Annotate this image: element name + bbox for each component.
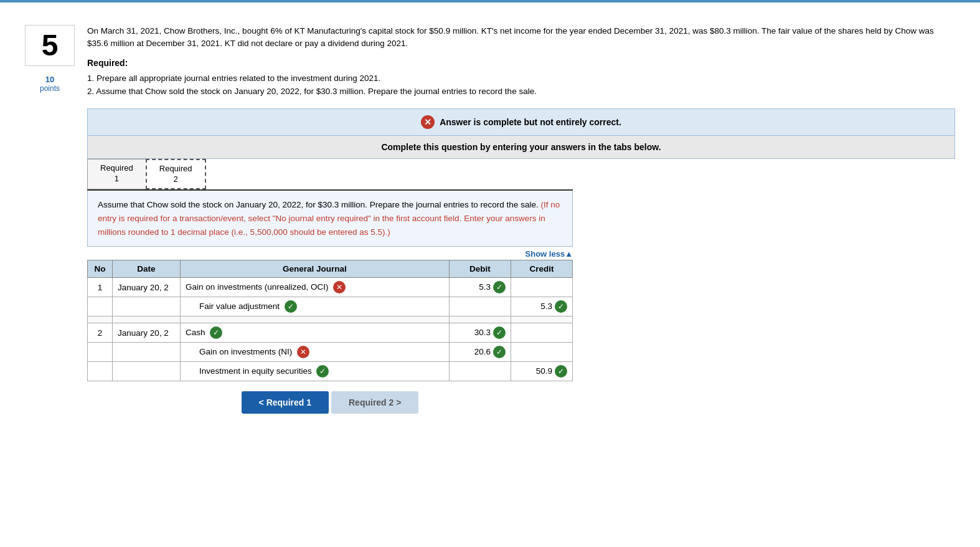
cell-credit[interactable] bbox=[511, 278, 572, 297]
question-number: 5 bbox=[42, 29, 59, 62]
correct-icon: ✓ bbox=[555, 365, 567, 378]
table-row: 2 January 20, 2 Cash ✓ 30.3✓ bbox=[88, 323, 573, 343]
show-less-link[interactable]: Show less▲ bbox=[87, 249, 573, 259]
points-value: 10 bbox=[45, 75, 54, 84]
cell-debit[interactable] bbox=[450, 362, 511, 381]
cell-credit[interactable]: 50.9✓ bbox=[511, 362, 572, 381]
cell-journal[interactable]: Cash ✓ bbox=[180, 323, 449, 343]
cell-debit[interactable]: 5.3✓ bbox=[450, 278, 511, 297]
journal-table: No Date General Journal Debit Credit 1 J… bbox=[87, 260, 573, 381]
cell-journal[interactable]: Fair value adjustment ✓ bbox=[180, 297, 449, 316]
tab-required-1[interactable]: Required1 bbox=[87, 159, 146, 190]
tab-required-2[interactable]: Required2 bbox=[146, 159, 206, 190]
correct-icon: ✓ bbox=[493, 346, 506, 358]
cell-journal[interactable]: Gain on investments (unrealized, OCI) ✕ bbox=[180, 278, 449, 297]
points-label: points bbox=[40, 84, 60, 93]
table-row: 1 January 20, 2 Gain on investments (unr… bbox=[88, 278, 573, 297]
col-header-credit: Credit bbox=[511, 260, 572, 278]
cell-journal[interactable]: Investment in equity securities ✓ bbox=[180, 362, 449, 381]
cell-debit[interactable] bbox=[450, 297, 511, 316]
table-row: Fair value adjustment ✓ 5.3✓ bbox=[88, 297, 573, 316]
correct-icon: ✓ bbox=[210, 326, 222, 339]
table-row: Gain on investments (NI) ✕ 20.6✓ bbox=[88, 343, 573, 362]
cell-date bbox=[112, 297, 180, 316]
correct-icon: ✓ bbox=[316, 365, 329, 378]
cell-journal[interactable]: Gain on investments (NI) ✕ bbox=[180, 343, 449, 362]
cell-credit[interactable] bbox=[511, 323, 572, 343]
cell-no bbox=[88, 343, 113, 362]
cell-no bbox=[88, 362, 113, 381]
question-text: On March 31, 2021, Chow Brothers, Inc., … bbox=[87, 25, 955, 50]
cell-date: January 20, 2 bbox=[112, 323, 180, 343]
prev-button[interactable]: < Required 1 bbox=[242, 391, 329, 414]
answer-banner: ✕ Answer is complete but not entirely co… bbox=[87, 108, 955, 136]
complete-banner: Complete this question by entering your … bbox=[87, 136, 955, 159]
cell-no: 1 bbox=[88, 278, 113, 297]
instruction-text-black: Assume that Chow sold the stock on Janua… bbox=[98, 200, 539, 209]
cell-date: January 20, 2 bbox=[112, 278, 180, 297]
correct-icon: ✓ bbox=[493, 326, 506, 339]
cell-date bbox=[112, 343, 180, 362]
question-number-box: 5 bbox=[25, 25, 75, 66]
cell-credit[interactable] bbox=[511, 343, 572, 362]
correct-icon: ✓ bbox=[555, 300, 567, 313]
required-item-2: 2. Assume that Chow sold the stock on Ja… bbox=[87, 85, 955, 98]
cell-no: 2 bbox=[88, 323, 113, 343]
col-header-date: Date bbox=[112, 260, 180, 278]
col-header-journal: General Journal bbox=[180, 260, 449, 278]
wrong-icon: ✕ bbox=[333, 281, 346, 293]
required-label: Required: bbox=[87, 58, 955, 68]
instruction-box: Assume that Chow sold the stock on Janua… bbox=[87, 191, 573, 247]
separator-row bbox=[88, 316, 573, 323]
tabs-container: Required1 Required2 bbox=[87, 159, 573, 191]
cell-debit[interactable]: 20.6✓ bbox=[450, 343, 511, 362]
cell-debit[interactable]: 30.3✓ bbox=[450, 323, 511, 343]
wrong-icon: ✕ bbox=[297, 346, 309, 358]
cell-credit[interactable]: 5.3✓ bbox=[511, 297, 572, 316]
required-item-1: 1. Prepare all appropriate journal entri… bbox=[87, 72, 955, 85]
nav-buttons: < Required 1 Required 2 > bbox=[87, 391, 573, 414]
answer-banner-text: Answer is complete but not entirely corr… bbox=[440, 117, 621, 127]
col-header-no: No bbox=[88, 260, 113, 278]
col-header-debit: Debit bbox=[450, 260, 511, 278]
error-icon: ✕ bbox=[421, 115, 435, 129]
cell-no bbox=[88, 297, 113, 316]
cell-date bbox=[112, 362, 180, 381]
next-button[interactable]: Required 2 > bbox=[331, 391, 418, 414]
table-row: Investment in equity securities ✓ 50.9✓ bbox=[88, 362, 573, 381]
correct-icon: ✓ bbox=[285, 300, 297, 313]
correct-icon: ✓ bbox=[493, 281, 506, 293]
